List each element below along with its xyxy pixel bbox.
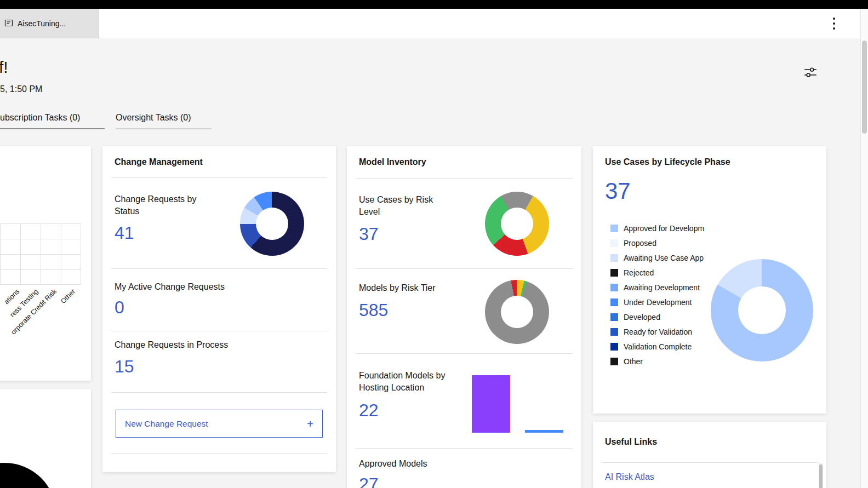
divider <box>356 178 573 179</box>
legend-swatch <box>610 298 618 306</box>
donut-hole <box>738 286 785 334</box>
overflow-menu-icon[interactable] <box>822 9 846 38</box>
metric-value: 41 <box>115 223 134 243</box>
divider <box>111 177 327 178</box>
window-tab[interactable]: AisecTuning... <box>0 9 99 38</box>
metric-value: 0 <box>115 297 124 318</box>
legend-label: Proposed <box>624 239 656 248</box>
plus-icon: + <box>307 418 313 429</box>
card-change-management: Change Management Change Requests by Sta… <box>102 146 336 472</box>
legend-label: Approved for Developm <box>624 224 704 233</box>
donut-hole <box>501 208 533 240</box>
metric-value: 37 <box>605 178 631 204</box>
divider <box>111 268 327 269</box>
legend-label: Awaiting Use Case App <box>624 254 704 262</box>
legend-swatch <box>610 313 618 321</box>
card-title: Use Cases by Lifecycle Phase <box>605 157 730 167</box>
legend-item[interactable]: Developed <box>610 309 704 324</box>
metric-label: Use Cases by Risk Level <box>359 194 447 219</box>
card-model-inventory: Model Inventory Use Cases by Risk Level … <box>347 146 581 488</box>
metric-label: Change Requests in Process <box>115 339 228 351</box>
x-axis-label: Other <box>59 288 77 305</box>
divider <box>356 353 573 354</box>
divider <box>356 268 573 269</box>
divider <box>356 448 573 449</box>
metric-value: 27 <box>359 474 379 488</box>
legend-label: Developed <box>624 313 660 321</box>
scrollbar-thumb[interactable] <box>862 41 867 134</box>
donut-chart-use-cases-by-lifecycle-phase[interactable] <box>711 259 813 361</box>
tab-label: ubscription Tasks (0) <box>0 113 80 123</box>
scrollbar-thumb[interactable] <box>819 464 823 488</box>
link-ai-risk-atlas[interactable]: AI Risk Atlas <box>605 472 654 482</box>
legend-item[interactable]: Under Development <box>610 295 704 309</box>
card-partial-left: ations ress Testing orporate Credit Risk… <box>0 146 91 381</box>
legend-item[interactable]: Awaiting Use Case App <box>610 250 704 265</box>
legend-swatch <box>610 254 618 262</box>
legend-item[interactable]: Awaiting Development <box>610 280 704 295</box>
metric-value: 22 <box>359 400 379 421</box>
chart-legend: Approved for Developm Proposed Awaiting … <box>610 221 704 369</box>
metric-value: 37 <box>359 224 379 244</box>
legend-swatch <box>610 328 618 336</box>
tab-oversight-tasks[interactable]: Oversight Tasks (0) <box>116 108 212 129</box>
metric-label: Models by Risk Tier <box>359 282 436 294</box>
bar-segment[interactable] <box>525 430 563 433</box>
card-use-cases-by-lifecycle-phase: Use Cases by Lifecycle Phase 37 Approved… <box>593 146 826 414</box>
card-useful-links: Useful Links AI Risk Atlas <box>593 422 826 488</box>
metric-value: 585 <box>359 300 388 320</box>
metric-label: Change Requests by Status <box>115 193 210 218</box>
legend-swatch <box>610 343 618 351</box>
legend-swatch <box>610 225 618 232</box>
bar-chart-foundation-models-by-hosting-location <box>472 375 565 433</box>
legend-swatch <box>610 239 618 247</box>
card-title: Useful Links <box>605 437 657 447</box>
legend-item[interactable]: Ready for Validation <box>610 324 704 339</box>
tab-label: Oversight Tasks (0) <box>116 113 191 123</box>
new-change-request-button[interactable]: New Change Request + <box>116 410 323 438</box>
legend-item[interactable]: Validation Complete <box>610 339 704 354</box>
page-title: f! <box>0 58 8 77</box>
legend-item[interactable]: Approved for Developm <box>610 221 704 236</box>
legend-swatch <box>610 269 618 277</box>
divider <box>111 392 327 393</box>
pie-chart-partial <box>0 463 56 488</box>
legend-item[interactable]: Other <box>610 354 704 369</box>
metric-label: Foundation Models by Hosting Location <box>359 370 455 394</box>
donut-chart-models-by-risk-tier[interactable] <box>485 280 549 344</box>
metric-value: 15 <box>115 357 134 377</box>
tab-subscription-tasks[interactable]: ubscription Tasks (0) <box>0 108 105 129</box>
bar-segment[interactable] <box>472 375 510 433</box>
donut-chart-use-cases-by-risk-level[interactable] <box>485 192 549 256</box>
top-black-bar <box>0 0 868 9</box>
card-title: Model Inventory <box>359 157 426 167</box>
card-partial-left-bottom <box>0 389 91 488</box>
button-label: New Change Request <box>125 419 208 429</box>
dashboard-tab-icon <box>4 19 13 29</box>
legend-label: Awaiting Development <box>624 283 700 292</box>
card-title: Change Management <box>115 157 203 167</box>
legend-item[interactable]: Rejected <box>610 265 704 280</box>
donut-hole <box>256 208 288 240</box>
card-scrollbar[interactable] <box>819 463 823 488</box>
donut-hole <box>501 296 533 328</box>
legend-swatch <box>610 358 618 365</box>
page-scrollbar[interactable] <box>860 9 868 488</box>
divider <box>602 462 818 463</box>
donut-chart-change-requests-by-status[interactable] <box>240 192 304 256</box>
metric-label: My Active Change Requests <box>115 281 225 293</box>
dashboard-page: AisecTuning... f! 5, 1:50 PM ubscription… <box>0 0 868 488</box>
window-tab-strip: AisecTuning... <box>0 9 868 38</box>
legend-item[interactable]: Proposed <box>610 236 704 250</box>
legend-label: Other <box>624 357 643 366</box>
legend-label: Ready for Validation <box>624 328 692 336</box>
window-tab-title: AisecTuning... <box>18 19 66 28</box>
divider <box>111 453 327 453</box>
legend-swatch <box>610 284 618 291</box>
metric-label: Approved Models <box>359 458 427 470</box>
settings-adjust-icon[interactable] <box>803 65 818 79</box>
legend-label: Under Development <box>624 298 692 307</box>
timestamp: 5, 1:50 PM <box>0 84 42 94</box>
chart-grid <box>0 223 81 285</box>
legend-label: Rejected <box>624 268 654 277</box>
